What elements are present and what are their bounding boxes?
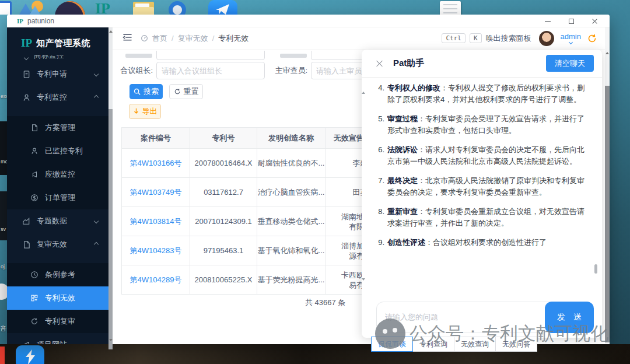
grid-icon: [30, 294, 39, 303]
chevron-up-icon: [94, 95, 99, 100]
scrollbar-thumb[interactable]: [605, 86, 610, 342]
avatar[interactable]: [539, 31, 554, 46]
chat-scrollbar-thumb[interactable]: [594, 264, 597, 274]
sidebar-item-payment-monitoring[interactable]: 应缴监控: [7, 163, 108, 186]
case-number-link[interactable]: 第4W104283号: [130, 246, 182, 256]
desktop-icon-document[interactable]: [440, 1, 461, 15]
sidebar-item-label: 商标监控: [34, 55, 64, 61]
chat-scroll-up-arrow[interactable]: [362, 92, 365, 94]
clock-icon: [30, 271, 39, 279]
invention-title: 基于荧光粉提高光...: [257, 265, 326, 294]
breadcrumb: 首页 / 复审无效 / 专利无效: [141, 33, 249, 44]
maximize-button[interactable]: [559, 15, 583, 27]
scroll-up-arrow[interactable]: [606, 52, 609, 54]
sidebar-item-patent-reexamination[interactable]: 专利复审: [7, 310, 108, 333]
scrollbar-thumb[interactable]: [108, 109, 113, 349]
send-button[interactable]: 发 送: [545, 302, 594, 333]
chevron-down-icon: [94, 342, 99, 344]
panel-leader-input[interactable]: [156, 62, 265, 79]
breadcrumb-review-invalidation[interactable]: 复审无效: [178, 33, 208, 44]
sidebar-item-project-website[interactable]: 项目网站: [7, 333, 108, 344]
close-button[interactable]: [583, 15, 606, 27]
message-title: 法院诉讼: [387, 145, 418, 154]
desktop-icon-frame[interactable]: [0, 1, 12, 15]
sidebar-item-regulation-reference[interactable]: 条例参考: [7, 263, 108, 286]
reset-button-label: 重置: [184, 86, 199, 97]
tab-patent-query[interactable]: 专利查询: [412, 337, 454, 352]
breadcrumb-separator: /: [212, 34, 215, 43]
desktop-label-fragment: 音: [0, 324, 6, 333]
desktop-icon-photos[interactable]: [16, 0, 47, 15]
table-row[interactable]: 第4W104283号 97195463.1 基于氧化铈和氧化... 淄博加华新 …: [122, 236, 395, 265]
search-icon: [134, 88, 141, 95]
sidebar-item-order-management[interactable]: 订单管理: [7, 186, 108, 209]
case-number-link[interactable]: 第4W104289号: [130, 275, 182, 285]
sidebar-item-label: 专利监控: [37, 92, 67, 103]
desktop-icon-folder[interactable]: [133, 2, 154, 15]
lightning-icon: [23, 349, 37, 364]
chat-title: Pat助手: [393, 58, 424, 69]
desktop-icon-dark-app[interactable]: [55, 1, 85, 15]
megaphone-icon: [22, 341, 31, 345]
page-icon: [22, 240, 31, 249]
user-menu[interactable]: admin: [561, 33, 581, 44]
collapse-sidebar-icon[interactable]: [123, 33, 132, 44]
chat-scroll-down-arrow[interactable]: [362, 278, 365, 281]
sidebar-item-patent-application[interactable]: 专利申请: [7, 62, 108, 86]
sidebar-item-plan-management[interactable]: 方案管理: [7, 116, 108, 139]
search-button[interactable]: 搜索: [130, 84, 163, 99]
taskbar-icon-lightning[interactable]: [16, 345, 44, 364]
chevron-up-icon: [94, 242, 99, 247]
table-row[interactable]: 第4W103749号 03117612.7 治疗心脑血管疾病... 田英: [122, 177, 395, 206]
case-number-link[interactable]: 第4W103166号: [130, 158, 182, 168]
window-title: patunion: [27, 17, 54, 25]
export-button[interactable]: 导出: [129, 104, 161, 119]
case-number-link[interactable]: 第4W103749号: [130, 187, 182, 197]
minimize-button[interactable]: [536, 15, 559, 27]
table-row[interactable]: 第4W103166号 200780016464.X 耐腐蚀性优良的不... 李建: [122, 148, 395, 177]
column-header: 专利号: [190, 128, 257, 148]
sidebar-item-topic-data[interactable]: 专题数据: [7, 209, 108, 233]
tab-casual-chat[interactable]: 侃侃而谈: [371, 337, 413, 352]
table-header: 案件编号 专利号 发明创造名称 无效宣告请求人: [122, 128, 395, 148]
mountain-icon: [28, 6, 42, 15]
sidebar-item-partial[interactable]: 商标监控: [7, 55, 108, 62]
chevron-down-icon: [94, 72, 99, 76]
chat-message: 6. 法院诉讼：请求人对专利复审委员会的决定不服，先后向北京市第一中级人民法院和…: [374, 144, 584, 167]
chat-message: 7. 最终决定：北京市高级人民法院撤销了原审判决和专利复审委员会的决定，要求专利…: [374, 175, 584, 198]
reset-button[interactable]: 重置: [169, 84, 203, 99]
sidebar-item-label: 专题数据: [37, 216, 67, 226]
table-row[interactable]: 第4W104289号 200810065225.X 基于荧光粉提高光... 卡西…: [122, 265, 395, 294]
tab-invalidation-query[interactable]: 无效查询: [454, 337, 496, 352]
chat-input[interactable]: [385, 302, 541, 332]
close-chat-icon[interactable]: [376, 60, 384, 68]
clipped-label: [280, 54, 307, 58]
desktop-thumbnail: [0, 191, 7, 240]
sidebar-scrollbar[interactable]: [108, 27, 113, 344]
close-icon: [592, 18, 598, 24]
case-number-link[interactable]: 第4W103814号: [130, 216, 182, 226]
chat-message: 5. 审查过程：专利复审委员会受理了无效宣告请求，并进行了形式审查和实质审查，包…: [374, 113, 584, 136]
clipped-input[interactable]: [156, 51, 265, 60]
window-controls: [536, 15, 606, 27]
message-title: 创造性评述: [387, 238, 425, 247]
breadcrumb-home[interactable]: 首页: [152, 33, 167, 44]
sidebar-item-patent-invalidation[interactable]: 专利无效: [7, 286, 108, 310]
desktop-icon-ip[interactable]: IP: [95, 0, 110, 15]
key-ctrl[interactable]: Ctrl: [442, 33, 466, 43]
page-scrollbar[interactable]: [605, 27, 610, 344]
search-panel-hint[interactable]: 唤出搜索面板: [486, 33, 531, 44]
refresh-icon[interactable]: [587, 34, 597, 43]
sidebar-submenu-review: 条例参考 专利无效 专利复审: [7, 263, 108, 333]
key-k[interactable]: K: [470, 33, 482, 43]
sidebar-item-monitored-patents[interactable]: 已监控专利: [7, 139, 108, 163]
table-row[interactable]: 第4W103814号 200710124309.1 垂直移动类仓储式... 湖南…: [122, 206, 395, 236]
desktop-icon-ring[interactable]: [169, 1, 186, 15]
clear-chat-button[interactable]: 清空聊天: [546, 55, 594, 72]
sidebar-item-review-invalidation[interactable]: 复审无效: [7, 233, 108, 256]
taskbar-icon-red[interactable]: [0, 346, 5, 364]
tab-invalidation-qa[interactable]: 无效问答: [495, 337, 537, 352]
patent-number: 200810065225.X: [190, 265, 257, 294]
desktop-icon-messenger[interactable]: [208, 0, 237, 15]
sidebar-item-patent-monitoring[interactable]: 专利监控: [7, 86, 108, 109]
